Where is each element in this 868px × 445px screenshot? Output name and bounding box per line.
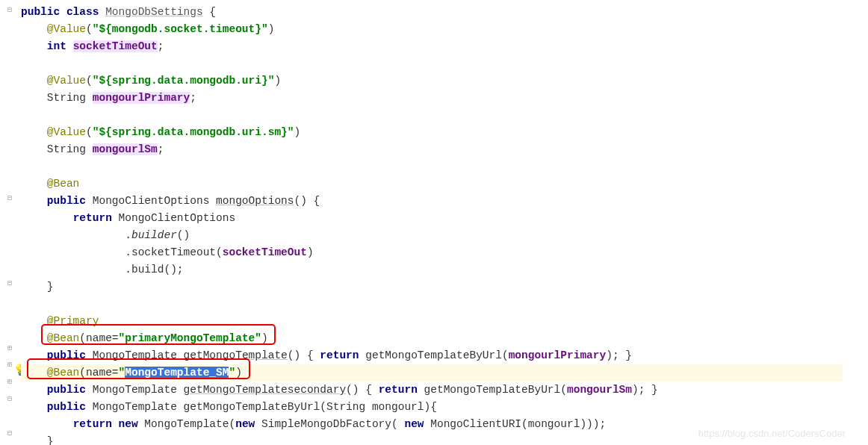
annotation: @Value [47, 75, 86, 87]
string: ${spring.data.mongodb.uri.sm} [99, 126, 287, 138]
field: mongourlSm [567, 384, 632, 396]
keyword: public [47, 349, 86, 361]
fold-icon[interactable]: ⊟ [7, 5, 12, 14]
keyword: return [73, 212, 112, 224]
keyword: public [21, 6, 60, 18]
class-name: MongoDbSettings [105, 6, 203, 18]
annotation: @Bean [47, 332, 80, 344]
fold-icon[interactable]: ⊟ [7, 193, 12, 202]
annotation: @Bean [47, 178, 80, 190]
fold-icon[interactable]: ⊟ [7, 394, 12, 403]
annotation: @Primary [47, 315, 99, 327]
fold-icon[interactable]: ⊟ [7, 278, 12, 287]
code-editor[interactable]: public class MongoDbSettings { @Value("$… [21, 4, 843, 445]
method: getMongoTemplatesecondary [184, 384, 347, 396]
keyword: public [47, 401, 86, 413]
fold-icon[interactable]: ⊞ [7, 377, 12, 386]
method: getMongoTemplate [184, 349, 288, 361]
fold-icon[interactable]: ⊞ [7, 343, 12, 352]
method-call: builder [131, 229, 177, 241]
annotation: @Value [47, 126, 86, 138]
keyword: int [47, 40, 66, 52]
string: ${mongodb.socket.timeout} [99, 23, 261, 35]
string: primaryMongoTemplate [125, 332, 255, 344]
keyword: return [73, 418, 112, 430]
annotation: @Value [47, 23, 86, 35]
field: mongourlPrimary [93, 92, 190, 104]
keyword: public [47, 384, 86, 396]
keyword: public [47, 195, 86, 207]
editor-gutter: ⊟ ⊟ ⊟ ⊞ ⊞ ⊞ ⊟ ⊟ [0, 0, 16, 445]
field: mongourlSm [93, 143, 158, 155]
annotation: @Bean [47, 367, 80, 379]
field: socketTimeOut [223, 246, 307, 258]
watermark: https://blog.csdn.net/CodersCoder [698, 428, 846, 439]
method: mongoOptions [216, 195, 294, 207]
string-selected: MongoTemplate_SM [125, 367, 229, 379]
fold-icon[interactable]: ⊞ [7, 360, 12, 369]
keyword: class [66, 6, 99, 18]
field: mongourlPrimary [509, 349, 607, 361]
brace: { [203, 6, 216, 18]
string: ${spring.data.mongodb.uri} [99, 75, 267, 87]
field: socketTimeOut [73, 40, 158, 52]
fold-icon[interactable]: ⊟ [7, 429, 12, 438]
